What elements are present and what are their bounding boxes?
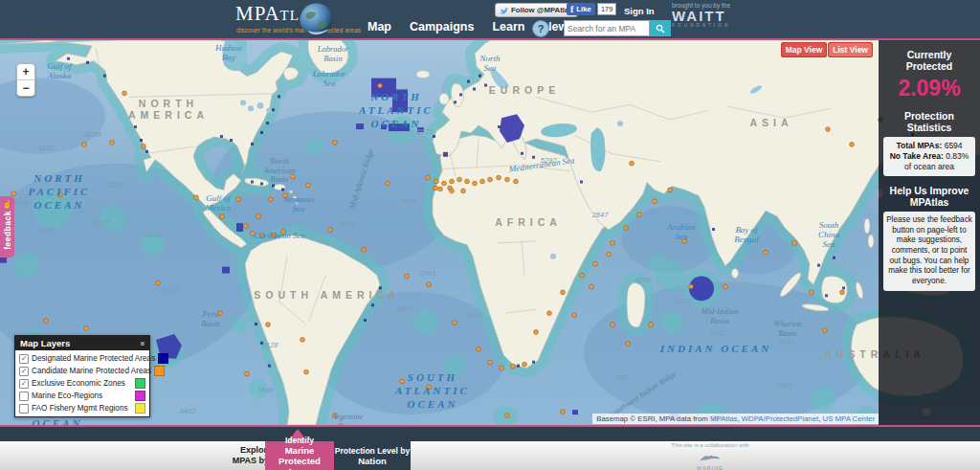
list-view-button[interactable]: List View (828, 42, 873, 57)
layer-row[interactable]: FAO Fishery Mgmt Regions (15, 402, 149, 414)
layer-color-swatch (135, 391, 145, 401)
zoom-in-button[interactable]: + (17, 64, 34, 80)
nav-learn[interactable]: Learn (492, 20, 524, 34)
layer-row[interactable]: ✓Exclusive Economic Zones (15, 377, 149, 390)
footer-bar: Explore MPAS by: Identify Marine Protect… (0, 441, 980, 470)
tab-line2: Marine Protected Areas (265, 445, 334, 470)
attribution-link[interactable]: MPAtlas (710, 414, 737, 423)
map-layers-panel: Map Layers » ✓Designated Marine Protecte… (14, 335, 150, 417)
help-improve-box: Please use the feedback button on page-l… (883, 212, 975, 291)
twitter-bird-icon (500, 7, 508, 14)
layer-color-swatch (135, 403, 145, 414)
layer-color-swatch (135, 378, 145, 389)
tab-protection-level[interactable]: Protection Level by Nation (334, 441, 411, 470)
layer-checkbox[interactable]: ✓ (19, 367, 29, 376)
layer-label: Marine Eco-Regions (32, 392, 132, 400)
facebook-like-label: Like (576, 5, 591, 13)
search-box (564, 20, 671, 36)
waitt-foundation-logo[interactable]: brought to you by the WAITT FOUNDATION (672, 2, 764, 28)
search-icon (656, 24, 665, 34)
map-layers-list: ✓Designated Marine Protected Areas✓Candi… (15, 350, 149, 416)
attribution-link[interactable]: WDPA/ProtectedPlanet (742, 414, 818, 423)
collaboration-block: This site is a collaboration with MARINE… (655, 442, 766, 470)
layer-label: Exclusive Economic Zones (32, 379, 132, 388)
layer-label: FAO Fishery Mgmt Regions (32, 404, 132, 413)
collab-org-line1: MARINE (655, 465, 766, 470)
facebook-like-widget: fLike 179 (567, 3, 616, 15)
layer-color-swatch (154, 366, 165, 376)
layer-checkbox[interactable] (19, 392, 29, 401)
waitt-subtitle: FOUNDATION (672, 23, 764, 28)
currently-protected-title: Currently Protected (883, 49, 975, 72)
basemap-attribution: Basemap © ESRI, MPA data from MPAtlas, W… (592, 414, 879, 424)
mpatlas-app: MPATLAS discover the world's marine prot… (0, 0, 980, 470)
tab-line2: Nation (358, 456, 387, 466)
protection-statistics-box: Total MPAs: 6594 No Take Area: 0.83% of … (883, 137, 975, 176)
layer-label: Candidate Marine Protected Areas (32, 367, 151, 375)
tab-line1: Identify (285, 436, 314, 445)
help-icon[interactable]: ? (532, 20, 549, 37)
nav-map[interactable]: Map (368, 20, 391, 34)
tab-line1: Protection Level by (335, 446, 410, 456)
no-take-suffix: of ocean area (904, 162, 954, 171)
map-layers-header[interactable]: Map Layers » (15, 336, 149, 350)
layer-checkbox[interactable] (19, 404, 29, 414)
facebook-icon: f (570, 4, 573, 14)
protection-statistics-title: Protection Statistics (883, 110, 975, 133)
no-take-label: No Take Area: (890, 151, 944, 161)
waitt-name: WAITT (672, 9, 764, 23)
twitter-follow-label: Follow @MPAtlas (511, 6, 573, 14)
search-input[interactable] (564, 20, 650, 36)
collapse-chevron-icon[interactable]: » (137, 341, 146, 346)
facebook-like-button[interactable]: fLike (567, 3, 595, 15)
attribution-text: Basemap © ESRI, MPA data from (596, 414, 710, 423)
globe-logo-icon (299, 2, 334, 37)
feedback-tab[interactable]: ☝ feedback (0, 196, 14, 257)
attribution-link[interactable]: US MPA Center (823, 414, 875, 423)
layer-row[interactable]: ✓Designated Marine Protected Areas (15, 352, 149, 365)
collaboration-text: This site is a collaboration with (655, 442, 766, 448)
sign-in-link[interactable]: Sign In (624, 6, 655, 16)
layer-label: Designated Marine Protected Areas (32, 354, 155, 363)
protected-percent: 2.09% (883, 76, 975, 101)
zoom-control: + − (16, 63, 35, 97)
layer-checkbox[interactable]: ✓ (19, 379, 29, 389)
twitter-follow-button[interactable]: Follow @MPAtlas (495, 3, 578, 17)
layer-checkbox[interactable]: ✓ (19, 354, 29, 364)
layer-color-swatch (158, 353, 168, 364)
no-take-value: 0.83% (946, 151, 969, 161)
bottom-dark-bar (0, 427, 980, 441)
map-view-button[interactable]: Map View (781, 42, 828, 57)
search-button[interactable] (650, 20, 671, 36)
map-list-view-toggle: Map ViewList View (781, 42, 873, 57)
layer-row[interactable]: ✓Candidate Marine Protected Areas (15, 365, 149, 377)
stats-sidebar: Currently Protected 2.09% Protection Sta… (879, 40, 980, 425)
total-mpas-value: 6594 (945, 141, 963, 150)
facebook-like-count: 179 (597, 3, 617, 15)
top-header: MPATLAS discover the world's marine prot… (0, 0, 980, 38)
map-canvas[interactable]: NORTH PACIFIC OCEANNORTH ATLANTIC OCEANS… (0, 38, 980, 427)
total-mpas-label: Total MPAs: (896, 141, 942, 150)
tab-identify-mpas[interactable]: Identify Marine Protected Areas (265, 441, 334, 470)
map-layers-title: Map Layers (20, 338, 70, 348)
hand-pointer-icon: ☝ (3, 200, 12, 209)
help-improve-title: Help Us Improve MPAtlas (883, 185, 975, 208)
feedback-label: feedback (3, 211, 12, 250)
orca-logo-icon (698, 454, 723, 461)
zoom-out-button[interactable]: − (17, 80, 34, 96)
logo-text-big: MPA (235, 2, 280, 25)
nav-campaigns[interactable]: Campaigns (410, 20, 474, 34)
layer-row[interactable]: Marine Eco-Regions (15, 390, 149, 402)
